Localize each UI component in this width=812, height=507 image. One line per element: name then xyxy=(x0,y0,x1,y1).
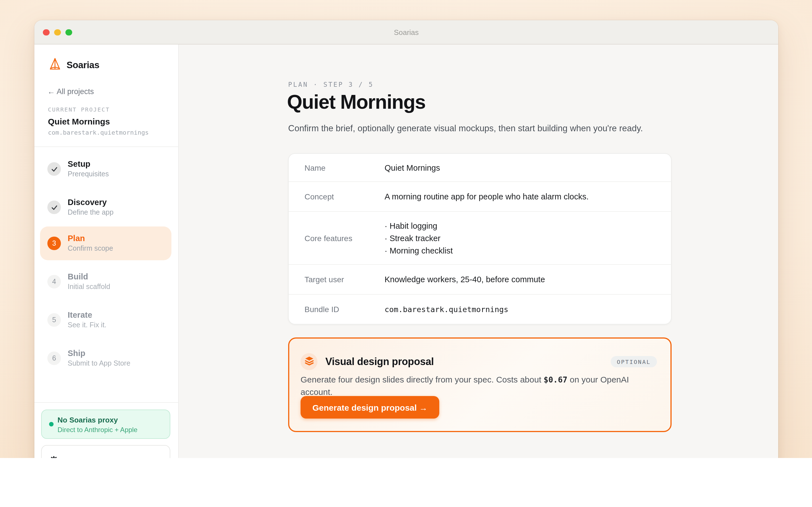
step-label: Setup xyxy=(68,159,109,169)
proposal-title: Visual design proposal xyxy=(325,356,434,368)
layers-icon xyxy=(304,355,314,368)
brief-row-label: Core features xyxy=(305,233,385,242)
window-title: Soarias xyxy=(35,20,778,44)
brief-row-value: com.barestark.quietmornings xyxy=(385,303,655,316)
step-sublabel: Confirm scope xyxy=(68,244,113,253)
sidebar-step-build[interactable]: 4 Build Initial scaffold xyxy=(40,265,171,298)
step-sublabel: Submit to App Store xyxy=(68,359,130,368)
step-number-badge: 6 xyxy=(47,351,61,365)
step-label: Iterate xyxy=(68,311,107,320)
brief-row-target-user: Target user Knowledge workers, 25-40, be… xyxy=(289,265,671,295)
sidebar-step-setup[interactable]: Setup Prerequisites xyxy=(40,152,171,186)
page-subtitle: Confirm the brief, optionally generate v… xyxy=(288,123,643,133)
status-dot-icon xyxy=(49,422,54,427)
proposal-description: Generate four design slides directly fro… xyxy=(301,374,654,398)
sidebar-divider xyxy=(35,147,178,147)
brief-row-label: Target user xyxy=(305,275,385,284)
title-bar: Soarias xyxy=(35,20,778,45)
sidebar-step-plan[interactable]: 3 Plan Confirm scope xyxy=(40,226,171,260)
brief-row-value: · Habit logging · Streak tracker · Morni… xyxy=(385,219,655,257)
step-number-badge: 5 xyxy=(47,313,61,327)
sidebar-step-ship[interactable]: 6 Ship Submit to App Store xyxy=(40,341,171,375)
brief-row-concept: Concept A morning routine app for people… xyxy=(289,182,671,212)
proxy-status-title: No Soarias proxy xyxy=(57,416,118,424)
sail-logo-icon xyxy=(49,57,61,73)
app-window: Soarias Soarias ← All projects CURR xyxy=(35,20,778,467)
step-label: Plan xyxy=(68,234,113,243)
layers-icon-badge xyxy=(301,353,317,370)
brief-row-label: Bundle ID xyxy=(305,305,385,314)
generate-design-proposal-button[interactable]: Generate design proposal → xyxy=(301,396,439,418)
step-number-badge: 4 xyxy=(47,275,61,288)
step-sublabel: Initial scaffold xyxy=(68,283,110,291)
proxy-status-subtitle: Direct to Anthropic + Apple xyxy=(57,426,138,434)
brief-row-name: Name Quiet Mornings xyxy=(289,154,671,182)
desktop: Soarias Soarias ← All projects CURR xyxy=(0,0,812,507)
step-number-badge: 3 xyxy=(47,237,61,250)
cost-value: $0.67 xyxy=(544,375,567,384)
step-sublabel: Define the app xyxy=(68,209,114,217)
brief-row-label: Concept xyxy=(305,192,385,201)
feature-line: · Habit logging xyxy=(385,219,655,232)
step-check-icon xyxy=(47,162,61,176)
brief-row-core-features: Core features · Habit logging · Streak t… xyxy=(289,212,671,265)
project-brief-card: Name Quiet Mornings Concept A morning ro… xyxy=(288,153,672,325)
current-project-label: CURRENT PROJECT xyxy=(48,107,110,113)
feature-line: · Morning checklist xyxy=(385,244,655,257)
main-content: PLAN · STEP 3 / 5 Quiet Mornings Confirm… xyxy=(179,45,778,467)
sidebar-step-iterate[interactable]: 5 Iterate See it. Fix it. xyxy=(40,303,171,337)
step-label: Ship xyxy=(68,349,130,358)
step-sublabel: Prerequisites xyxy=(68,170,109,179)
brief-row-value: Quiet Mornings xyxy=(385,161,655,174)
step-breadcrumb: PLAN · STEP 3 / 5 xyxy=(288,80,373,89)
feature-line: · Streak tracker xyxy=(385,232,655,244)
sidebar-project-bundle: com.barestark.quietmornings xyxy=(48,129,149,136)
page-title: Quiet Mornings xyxy=(287,91,425,113)
sidebar: Soarias ← All projects CURRENT PROJECT Q… xyxy=(35,45,179,467)
step-label: Discovery xyxy=(68,198,114,207)
brief-row-bundle-id: Bundle ID com.barestark.quietmornings xyxy=(289,295,671,324)
brief-row-label: Name xyxy=(305,163,385,172)
step-sublabel: See it. Fix it. xyxy=(68,321,107,330)
app-name: Soarias xyxy=(66,60,99,70)
design-proposal-card: Visual design proposal OPTIONAL Generate… xyxy=(288,337,672,432)
sidebar-footer-divider xyxy=(35,402,178,403)
optional-badge: OPTIONAL xyxy=(611,356,657,367)
brief-row-value: A morning routine app for people who hat… xyxy=(385,190,655,203)
proxy-status-badge: No Soarias proxy Direct to Anthropic + A… xyxy=(41,409,170,439)
step-label: Build xyxy=(68,272,110,282)
sidebar-project-name: Quiet Mornings xyxy=(48,117,110,126)
app-logo: Soarias xyxy=(49,57,99,73)
sidebar-step-discovery[interactable]: Discovery Define the app xyxy=(40,190,171,224)
all-projects-link[interactable]: ← All projects xyxy=(47,87,94,96)
step-check-icon xyxy=(47,201,61,214)
screenshot-cutoff-band xyxy=(0,458,812,507)
brief-row-value: Knowledge workers, 25-40, before commute xyxy=(385,273,655,286)
